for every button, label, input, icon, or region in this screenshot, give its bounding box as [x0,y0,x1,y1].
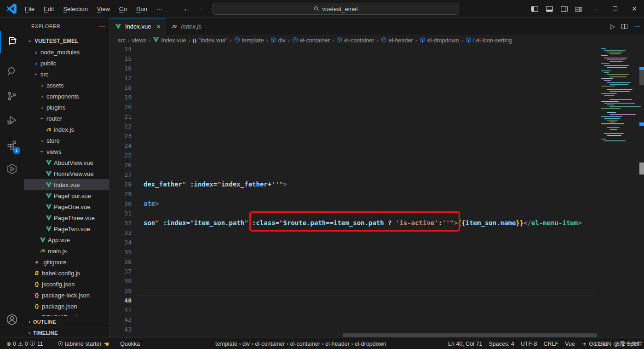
tree-item-pagefour-vue[interactable]: PageFour.vue [24,190,109,201]
source-control-icon[interactable] [0,85,24,107]
tree-item-package-json[interactable]: {}package.json [24,301,109,312]
timeline-section-header[interactable]: › TIMELINE [24,327,109,337]
minimize-button[interactable]: – [586,0,605,17]
menu-run[interactable]: Run [132,4,152,14]
broadcast-icon [581,341,587,347]
breadcrumb-el-container[interactable]: el-container [336,37,374,44]
breadcrumb-index-vue[interactable]: {}"Index.vue" [193,37,228,44]
nav-forward-icon[interactable]: → [197,5,204,13]
line-number: 15 [109,54,132,64]
search-view-icon[interactable] [0,60,24,82]
chevron-down-icon: › [39,148,46,155]
spell-checker-status[interactable]: ⚠ 2 Spell [613,338,641,349]
language-mode-status[interactable]: Vue [563,338,577,349]
tab-index-js[interactable]: JS index.js [166,18,207,35]
tree-item-views[interactable]: ›views [24,146,109,157]
breadcrumb-template[interactable]: template [234,37,264,44]
menu-edit[interactable]: Edit [39,4,58,14]
toggle-secondary-sidebar-icon[interactable] [557,0,571,17]
tabnine-status[interactable]: tabnine starter ☚ [56,338,111,349]
code-text: dex_father" :index="index_father+''"> [144,180,287,189]
gitignore-file-icon: ◆ [33,260,41,264]
js-file-icon: JS [45,127,53,132]
tab-index-vue[interactable]: Index.vue × [109,18,166,35]
outline-section-header[interactable]: › OUTLINE [24,316,109,327]
split-editor-icon[interactable] [621,24,627,29]
tree-item-plugins[interactable]: ›plugins [24,102,109,113]
status-bar: ⊗ 0 ⚠ 0 ⓘ 11 tabnine starter ☚ Quokka te… [0,337,644,349]
tree-item-aboutview-vue[interactable]: AboutView.vue [24,157,109,168]
menu-view[interactable]: View [92,4,115,14]
run-file-icon[interactable]: ▷ [610,23,615,30]
tab-label: index.js [181,23,201,30]
tree-item-pagethree-vue[interactable]: PageThree.vue [24,212,109,223]
tree-item-gitignore[interactable]: ◆.gitignore [24,256,109,268]
tree-item-vuetest-emel[interactable]: ›VUETEST_EMEL [24,35,109,47]
search-input[interactable]: vuetest_emel [213,3,459,15]
symbol-braces-icon: {} [193,38,197,43]
tree-item-package-lock-json[interactable]: {}package-lock.json [24,290,109,301]
breadcrumb-i-el-icon-setting[interactable]: i.el-icon-setting [466,37,512,44]
breadcrumb-src[interactable]: src [118,37,126,44]
explorer-icon[interactable] [0,31,24,53]
tree-item-index-vue[interactable]: Index.vue [24,179,109,190]
extensions-icon[interactable]: 1 [0,134,24,156]
tree-item-index-js[interactable]: JSindex.js [24,124,109,135]
cursor-position-status[interactable]: Ln 40, Col 71 [446,338,484,349]
breadcrumb-div[interactable]: div [270,37,286,44]
tree-item-node-modules[interactable]: ›node_modules [24,47,109,58]
eol-status[interactable]: CRLF [541,338,560,349]
menu-go[interactable]: Go [115,4,132,14]
quokka-status[interactable]: Quokka [118,338,142,349]
vertical-scrollbar[interactable] [639,46,644,333]
menu-selection[interactable]: Selection [58,4,92,14]
editor-more-actions-icon[interactable]: ⋯ [634,23,640,30]
explorer-more-actions-icon[interactable]: ⋯ [99,23,105,30]
line-number: 23 [109,131,132,141]
tree-item-readme-md[interactable]: ○README.md [24,312,109,316]
breadcrumb-el-dropdown[interactable]: el-dropdown [420,37,459,44]
code-editor[interactable]: 141516171819202122232425262728dex_father… [109,46,644,337]
run-debug-icon[interactable] [0,109,24,131]
tree-item-components[interactable]: ›components [24,91,109,102]
breadcrumb-el-header[interactable]: el-header [381,37,413,44]
tree-item-store[interactable]: ›store [24,135,109,146]
line-number: 32 [109,218,132,228]
breadcrumb-index-vue[interactable]: Index.vue [153,37,186,44]
line-number: 25 [109,151,132,160]
close-tab-icon[interactable]: × [156,23,160,30]
tree-item-main-js[interactable]: JSmain.js [24,245,109,256]
tree-item-jsconfig-json[interactable]: {}jsconfig.json [24,279,109,290]
chevron-separator-icon: › [332,37,334,44]
tree-item-public[interactable]: ›public [24,58,109,69]
warning-icon: ⚠ [615,341,620,347]
horizontal-scrollbar[interactable] [343,333,597,337]
indentation-status[interactable]: Spaces: 4 [487,338,516,349]
nav-back-icon[interactable]: ← [183,5,190,13]
code-line-38: 38 [109,276,644,286]
line-number: 19 [109,93,132,102]
minimap[interactable] [600,46,639,145]
breadcrumb-views[interactable]: views [132,37,146,44]
tree-item-babel-config-js[interactable]: Bbabel.config.js [24,268,109,279]
maximize-button[interactable] [605,0,625,17]
tree-item-app-vue[interactable]: App.vue [24,234,109,245]
encoding-status[interactable]: UTF-8 [519,338,539,349]
tree-item-homeview-vue[interactable]: HomeView.vue [24,168,109,179]
toggle-sidebar-icon[interactable] [527,0,542,17]
toggle-panel-icon[interactable] [542,0,557,17]
go-live-status[interactable]: Go Live [580,338,610,349]
hexagon-play-extension-icon[interactable] [0,158,24,180]
tree-item-router[interactable]: ›router [24,113,109,124]
close-window-button[interactable]: × [625,0,644,17]
tree-item-pagetwo-vue[interactable]: PageTwo.vue [24,223,109,234]
menu-file[interactable]: File [20,4,39,14]
tree-item-src[interactable]: ›src [24,69,109,80]
accounts-icon[interactable] [0,308,24,331]
menu-more-icon[interactable]: ⋯ [152,4,167,14]
customize-layout-icon[interactable] [571,0,586,17]
breadcrumb-el-container[interactable]: el-container [292,37,330,44]
tree-item-assets[interactable]: ›assets [24,80,109,91]
tree-item-pageone-vue[interactable]: PageOne.vue [24,201,109,212]
problems-indicator[interactable]: ⊗ 0 ⚠ 0 ⓘ 11 [5,338,45,349]
